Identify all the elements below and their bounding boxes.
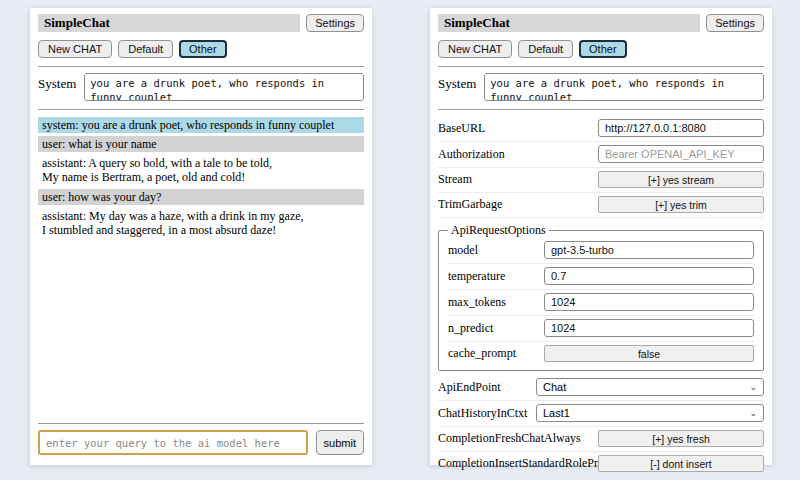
app-title: SimpleChat [438, 14, 700, 32]
temperature-label: temperature [448, 269, 544, 284]
setting-row-api-endpoint: ApiEndPoint Chat ⌄ [438, 375, 764, 401]
divider [38, 109, 364, 110]
session-toolbar: New CHAT Default Other [38, 40, 364, 58]
api-request-options-legend: ApiRequestOptions [448, 223, 549, 238]
session-tab-other[interactable]: Other [579, 40, 627, 58]
divider [38, 423, 364, 424]
chevron-down-icon: ⌄ [749, 383, 757, 392]
model-input[interactable] [544, 241, 754, 259]
chat-message-user: user: how was your day? [38, 189, 364, 205]
app-title: SimpleChat [38, 14, 300, 32]
model-label: model [448, 243, 544, 258]
completion-fresh-toggle-button[interactable]: [+] yes fresh [598, 430, 764, 447]
settings-button[interactable]: Settings [306, 14, 364, 32]
query-input[interactable] [38, 430, 308, 455]
n-predict-input[interactable] [544, 319, 754, 337]
system-prompt-row: System you are a drunk poet, who respond… [438, 73, 764, 101]
api-endpoint-label: ApiEndPoint [438, 380, 536, 395]
setting-row-chat-history: ChatHistoryInCtxt Last1 ⌄ [438, 401, 764, 427]
baseurl-label: BaseURL [438, 121, 598, 136]
chevron-down-icon: ⌄ [749, 409, 757, 418]
setting-row-cache-prompt: cache_prompt false [448, 342, 754, 366]
chat-panel: SimpleChat Settings New CHAT Default Oth… [30, 8, 372, 465]
system-prompt-row: System you are a drunk poet, who respond… [38, 73, 364, 101]
chat-history-selected-value: Last1 [543, 407, 570, 419]
setting-row-completion-fresh: CompletionFreshChatAlways [+] yes fresh [438, 427, 764, 452]
chat-message-assistant: assistant: My day was a haze, with a dri… [38, 208, 364, 238]
cache-prompt-label: cache_prompt [448, 346, 544, 361]
chat-message-user: user: what is your name [38, 136, 364, 152]
settings-list: BaseURL Authorization Stream [+] yes str… [438, 116, 764, 477]
divider [38, 66, 364, 67]
new-chat-button[interactable]: New CHAT [38, 40, 112, 58]
setting-row-trimgarbage: TrimGarbage [+] yes trim [438, 193, 764, 218]
settings-panel: SimpleChat Settings New CHAT Default Oth… [430, 8, 772, 465]
session-tab-default[interactable]: Default [518, 40, 573, 58]
trimgarbage-toggle-button[interactable]: [+] yes trim [598, 196, 764, 213]
completion-insert-label: CompletionInsertStandardRolePrefix [438, 456, 598, 471]
setting-row-stream: Stream [+] yes stream [438, 168, 764, 193]
setting-row-max-tokens: max_tokens [448, 290, 754, 316]
authorization-label: Authorization [438, 147, 598, 162]
chat-message-system: system: you are a drunk poet, who respon… [38, 117, 364, 133]
cache-prompt-toggle-button[interactable]: false [544, 345, 754, 362]
new-chat-button[interactable]: New CHAT [438, 40, 512, 58]
divider [438, 66, 764, 67]
chat-history-label: ChatHistoryInCtxt [438, 406, 536, 421]
system-prompt-label: System [438, 73, 476, 92]
baseurl-input[interactable] [598, 119, 764, 137]
chat-history-select[interactable]: Last1 ⌄ [536, 404, 764, 422]
divider [438, 109, 764, 110]
query-row: submit [38, 430, 364, 455]
setting-row-completion-insert: CompletionInsertStandardRolePrefix [-] d… [438, 452, 764, 477]
completion-insert-toggle-button[interactable]: [-] dont insert [598, 455, 764, 472]
setting-row-temperature: temperature [448, 264, 754, 290]
completion-fresh-label: CompletionFreshChatAlways [438, 431, 598, 446]
stream-label: Stream [438, 172, 598, 187]
app-header: SimpleChat Settings [438, 14, 764, 32]
session-toolbar: New CHAT Default Other [438, 40, 764, 58]
setting-row-authorization: Authorization [438, 142, 764, 168]
authorization-input[interactable] [598, 145, 764, 163]
stream-toggle-button[interactable]: [+] yes stream [598, 171, 764, 188]
settings-button[interactable]: Settings [706, 14, 764, 32]
trimgarbage-label: TrimGarbage [438, 197, 598, 212]
max-tokens-label: max_tokens [448, 295, 544, 310]
empty-space [38, 241, 364, 415]
setting-row-model: model [448, 238, 754, 264]
api-request-options-fieldset: ApiRequestOptions model temperature max_… [438, 223, 764, 371]
app-header: SimpleChat Settings [38, 14, 364, 32]
session-tab-default[interactable]: Default [118, 40, 173, 58]
chat-message-assistant: assistant: A query so bold, with a tale … [38, 155, 364, 185]
temperature-input[interactable] [544, 267, 754, 285]
session-tab-other[interactable]: Other [179, 40, 227, 58]
api-endpoint-select[interactable]: Chat ⌄ [536, 378, 764, 396]
system-prompt-input[interactable]: you are a drunk poet, who responds in fu… [84, 73, 364, 101]
setting-row-baseurl: BaseURL [438, 116, 764, 142]
setting-row-n-predict: n_predict [448, 316, 754, 342]
submit-button[interactable]: submit [316, 430, 364, 455]
chat-messages: system: you are a drunk poet, who respon… [38, 117, 364, 241]
max-tokens-input[interactable] [544, 293, 754, 311]
api-endpoint-selected-value: Chat [543, 381, 566, 393]
system-prompt-label: System [38, 73, 76, 92]
n-predict-label: n_predict [448, 321, 544, 336]
system-prompt-input[interactable]: you are a drunk poet, who responds in fu… [484, 73, 764, 101]
